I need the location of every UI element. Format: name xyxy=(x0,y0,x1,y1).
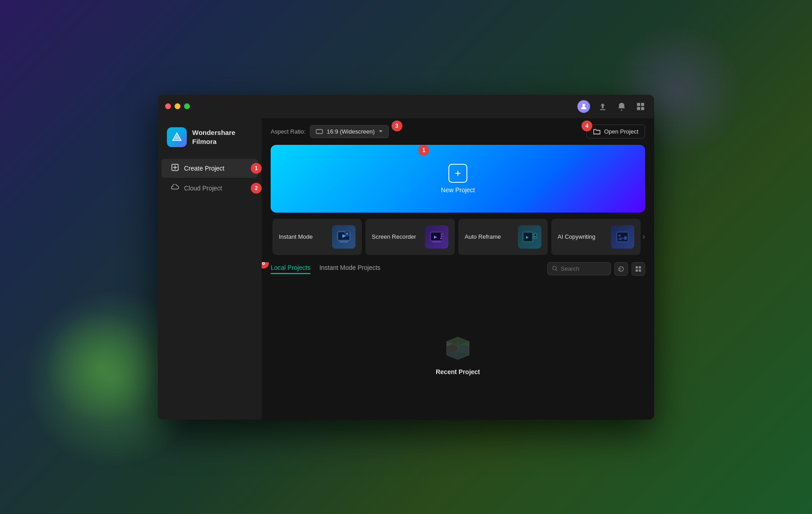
ai-copywriting-icon: AI xyxy=(611,225,634,249)
aspect-ratio-label: Aspect Ratio: xyxy=(271,128,305,135)
projects-actions xyxy=(547,262,645,276)
open-project-button[interactable]: 4 Open Project xyxy=(586,125,645,139)
upload-icon[interactable] xyxy=(596,100,609,113)
app-logo: Wondershare Filmora xyxy=(158,127,262,158)
svg-text:AI: AI xyxy=(618,234,621,237)
logo-icon xyxy=(167,127,187,147)
title-bar-actions xyxy=(577,100,647,113)
projects-area: 6 Local Projects Instant Mode Projects xyxy=(262,262,654,420)
aspect-ratio-area: Aspect Ratio: 16:9 (Widescreen) 3 xyxy=(271,125,389,138)
main-area: Wondershare Filmora Create Project 1 xyxy=(158,118,654,420)
search-icon xyxy=(552,266,558,272)
feature-card-ai-copywriting[interactable]: AI Copywriting AI xyxy=(551,219,641,255)
feature-card-auto-reframe[interactable]: Auto Reframe xyxy=(458,219,548,255)
svg-rect-30 xyxy=(624,236,627,240)
empty-state-icon xyxy=(438,326,478,362)
empty-state-label: Recent Project xyxy=(436,368,480,375)
svg-rect-10 xyxy=(316,130,323,134)
svg-rect-32 xyxy=(636,266,638,269)
search-input[interactable] xyxy=(561,265,606,272)
projects-tabs: Local Projects Instant Mode Projects xyxy=(271,264,380,274)
new-project-plus-icon: + xyxy=(448,164,467,183)
svg-rect-35 xyxy=(639,269,641,272)
sidebar-item-create-project[interactable]: Create Project 1 xyxy=(161,159,258,178)
open-project-label: Open Project xyxy=(604,128,638,135)
profile-icon[interactable] xyxy=(577,100,590,113)
svg-point-2 xyxy=(621,109,623,111)
feature-cards-next-icon[interactable]: › xyxy=(642,219,645,255)
svg-rect-29 xyxy=(618,239,622,240)
auto-reframe-icon xyxy=(518,225,541,249)
create-project-icon xyxy=(171,163,180,173)
notification-icon[interactable] xyxy=(615,100,628,113)
instant-mode-icon xyxy=(332,225,355,249)
new-project-label: New Project xyxy=(441,186,475,194)
svg-point-0 xyxy=(582,104,585,107)
app-name: Wondershare Filmora xyxy=(192,128,253,146)
svg-rect-28 xyxy=(618,238,624,239)
empty-state: Recent Project xyxy=(271,282,645,420)
sidebar-item-cloud-project[interactable]: Cloud Project 2 xyxy=(161,180,258,197)
svg-point-19 xyxy=(441,237,442,239)
svg-rect-3 xyxy=(637,103,640,106)
grid-icon[interactable] xyxy=(634,100,647,113)
feature-card-instant-mode[interactable]: Instant Mode xyxy=(272,219,362,255)
svg-rect-34 xyxy=(636,269,638,272)
badge-4: 4 xyxy=(581,120,592,131)
svg-rect-33 xyxy=(639,266,641,269)
title-bar xyxy=(158,95,654,118)
app-window: Wondershare Filmora Create Project 1 xyxy=(158,95,654,420)
aspect-dropdown-inner: 16:9 (Widescreen) xyxy=(316,128,374,135)
tab-local-projects[interactable]: Local Projects xyxy=(271,264,310,274)
new-project-banner[interactable]: 1 + New Project xyxy=(271,145,645,213)
svg-rect-24 xyxy=(535,234,536,238)
feature-card-screen-recorder[interactable]: Screen Recorder xyxy=(365,219,455,255)
aspect-ratio-dropdown[interactable]: 16:9 (Widescreen) xyxy=(310,125,388,138)
new-project-content: 1 + New Project xyxy=(441,164,475,194)
tab-instant-mode-projects[interactable]: Instant Mode Projects xyxy=(319,264,380,274)
projects-tabs-bar: 6 Local Projects Instant Mode Projects xyxy=(271,262,645,276)
svg-rect-20 xyxy=(432,241,441,242)
svg-rect-4 xyxy=(641,103,644,106)
feature-cards-container: 5 Instant Mode xyxy=(271,219,645,255)
badge-6: 6 xyxy=(262,262,269,269)
badge-1-banner: 1 xyxy=(418,145,429,156)
ai-copywriting-label: AI Copywriting xyxy=(558,233,595,240)
create-project-label: Create Project xyxy=(184,165,224,172)
svg-rect-13 xyxy=(339,241,348,242)
close-button[interactable] xyxy=(165,103,171,109)
cloud-project-label: Cloud Project xyxy=(184,185,222,192)
auto-reframe-label: Auto Reframe xyxy=(465,233,501,240)
empty-box-illustration xyxy=(438,326,478,362)
screen-recorder-icon xyxy=(425,225,448,249)
maximize-button[interactable] xyxy=(184,103,190,109)
badge-2: 2 xyxy=(251,183,262,194)
svg-rect-17 xyxy=(441,233,442,235)
minimize-button[interactable] xyxy=(175,103,180,109)
search-box xyxy=(547,262,611,275)
svg-rect-18 xyxy=(441,236,442,237)
svg-rect-6 xyxy=(641,107,644,110)
window-controls xyxy=(165,103,190,109)
badge-3: 3 xyxy=(392,120,402,131)
svg-rect-5 xyxy=(637,107,640,110)
view-toggle-button[interactable] xyxy=(632,262,645,276)
screen-recorder-label: Screen Recorder xyxy=(372,233,416,240)
aspect-ratio-value: 16:9 (Widescreen) xyxy=(327,128,374,135)
badge-1: 1 xyxy=(251,163,262,174)
svg-rect-1 xyxy=(600,109,605,110)
top-toolbar: Aspect Ratio: 16:9 (Widescreen) 3 xyxy=(262,118,654,145)
sidebar: Wondershare Filmora Create Project 1 xyxy=(158,118,262,420)
instant-mode-label: Instant Mode xyxy=(279,233,313,240)
refresh-button[interactable] xyxy=(614,262,628,276)
content-panel: Aspect Ratio: 16:9 (Widescreen) 3 xyxy=(262,118,654,420)
cloud-project-icon xyxy=(171,184,180,192)
